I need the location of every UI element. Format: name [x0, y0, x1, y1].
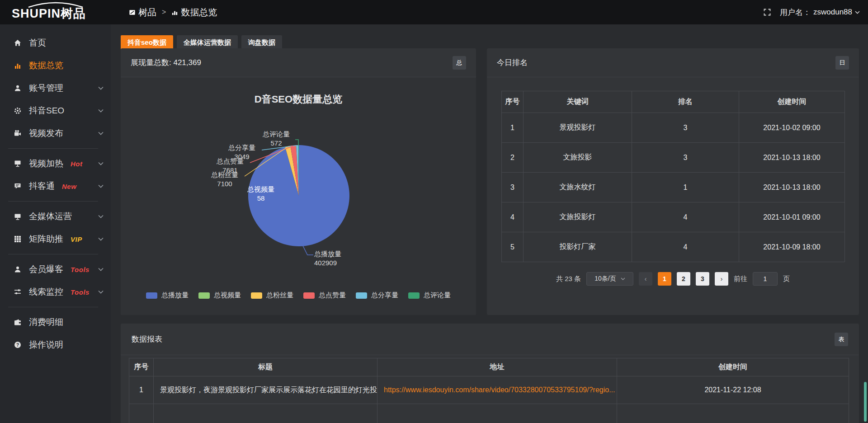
legend-swatch — [251, 292, 262, 299]
sidebar-item-spend-detail[interactable]: 消费明细 — [0, 311, 111, 334]
chevron-down-icon — [98, 162, 104, 165]
chevron-down-icon — [855, 11, 860, 14]
user-menu[interactable]: 用户名：zswodun88 — [780, 7, 860, 18]
sidebar-item-home[interactable]: 首页 — [0, 32, 111, 54]
report-table: 序号 标题 地址 创建时间 1 景观投影灯，夜游景观投影灯厂家展示展示落花灯在花… — [129, 358, 849, 423]
table-row: 4 文旅投影灯 4 2021-10-01 09:00 — [502, 202, 845, 232]
sidebar-item-help[interactable]: ? 操作说明 — [0, 334, 111, 356]
main-content: 抖音seo数据 全媒体运营数据 询盘数据 展现量总数: 421,369 总 D音… — [111, 24, 868, 423]
col-url: 地址 — [377, 358, 617, 376]
sidebar-item-account[interactable]: 账号管理 — [0, 77, 111, 99]
report-panel-header: 数据报表 表 — [121, 324, 859, 355]
sidebar-divider — [8, 307, 98, 307]
breadcrumb: 树品 > 数据总览 — [129, 6, 217, 19]
sidebar-item-omnimedia[interactable]: 全媒体运营 — [0, 205, 111, 228]
legend-item-videos[interactable]: 总视频量 — [198, 291, 241, 300]
chevron-down-icon — [98, 215, 104, 218]
ranking-table-wrap: 序号 关键词 排名 创建时间 1 景观投影灯 3 2021-10-02 09:0… — [487, 77, 859, 286]
sidebar-item-member-burst[interactable]: 会员爆客 Tools — [0, 258, 111, 281]
sidebar: 首页 数据总览 账号管理 抖音SEO 视频发布 视频加热 Hot 抖客通 New… — [0, 24, 111, 423]
video-link[interactable]: https://www.iesdouyin.com/share/video/70… — [384, 386, 615, 394]
home-icon — [14, 39, 21, 47]
sidebar-item-video-publish[interactable]: 视频发布 — [0, 122, 111, 145]
brand-icon — [129, 9, 136, 16]
goto-suffix: 页 — [783, 275, 790, 283]
pie-label-plays: 总播放量 402909 — [314, 249, 368, 267]
day-view-button[interactable]: 日 — [835, 56, 849, 70]
prev-page-button[interactable]: ‹ — [639, 272, 652, 286]
sidebar-item-douyin-seo[interactable]: 抖音SEO — [0, 99, 111, 122]
col-created: 创建时间 — [617, 358, 849, 376]
sidebar-item-data-overview[interactable]: 数据总览 — [0, 54, 111, 77]
chevron-down-icon — [98, 109, 104, 113]
total-view-button[interactable]: 总 — [453, 56, 466, 70]
page-button-2[interactable]: 2 — [677, 272, 690, 286]
report-title: 数据报表 — [132, 334, 162, 344]
table-row: 3 文旅水纹灯 1 2021-10-13 18:00 — [502, 173, 845, 202]
pie-svg — [121, 77, 476, 315]
legend-item-shares[interactable]: 总分享量 — [356, 291, 398, 300]
overview-panel-header: 展现量总数: 421,369 总 — [121, 48, 476, 77]
new-badge: New — [62, 183, 76, 190]
sliders-icon — [14, 288, 21, 296]
legend-swatch — [198, 292, 210, 299]
gear-icon — [14, 107, 21, 115]
video-title: 景观投影灯，夜游景观投影灯厂家展示展示落花灯在花园里的灯光投影应用效果 # — [154, 376, 377, 404]
chevron-down-icon — [98, 290, 104, 294]
page-button-3[interactable]: 3 — [696, 272, 709, 286]
app-logo[interactable]: SHUPIN树品 — [0, 0, 111, 24]
table-row: 5 投影灯厂家 4 2021-10-09 18:00 — [502, 232, 845, 262]
ranking-panel-header: 今日排名 日 — [487, 48, 859, 77]
tools-badge: Tools — [71, 266, 90, 273]
sidebar-divider — [8, 254, 98, 254]
pie-label-fans: 总粉丝量 7100 — [205, 170, 245, 188]
sidebar-divider — [8, 201, 98, 202]
legend-swatch — [356, 292, 367, 299]
chevron-down-icon — [98, 237, 104, 241]
legend-item-likes[interactable]: 总点赞量 — [303, 291, 346, 300]
col-title: 标题 — [154, 358, 377, 376]
table-row: 2 文旅投影 3 2021-10-13 18:00 — [502, 143, 845, 173]
breadcrumb-current[interactable]: 数据总览 — [171, 6, 217, 19]
scrollbar-thumb[interactable] — [864, 382, 867, 422]
next-page-button[interactable]: › — [715, 272, 728, 286]
legend-item-comments[interactable]: 总评论量 — [408, 291, 451, 300]
col-no: 序号 — [502, 91, 524, 113]
bar-chart-icon — [171, 9, 178, 16]
sidebar-item-lead-monitor[interactable]: 线索监控 Tools — [0, 281, 111, 303]
chat-icon — [14, 183, 21, 190]
sidebar-item-video-heat[interactable]: 视频加热 Hot — [0, 152, 111, 175]
report-table-wrap: 序号 标题 地址 创建时间 1 景观投影灯，夜游景观投影灯厂家展示展示落花灯在花… — [121, 355, 859, 423]
chevron-down-icon — [621, 277, 625, 280]
screen-icon — [14, 160, 21, 168]
logo-text: SHUPIN树品 — [12, 5, 86, 22]
table-row — [129, 404, 849, 423]
col-rank: 排名 — [632, 91, 739, 113]
tools-badge: Tools — [71, 288, 90, 296]
sidebar-item-doketong[interactable]: 抖客通 New — [0, 175, 111, 197]
table-view-button[interactable]: 表 — [835, 333, 848, 346]
total-count: 共 23 条 — [556, 275, 581, 283]
pagination: 共 23 条 10条/页 ‹ 1 2 3 › 前往 页 — [501, 272, 844, 286]
page-size-select[interactable]: 10条/页 — [586, 272, 633, 286]
goto-page-input[interactable] — [753, 272, 778, 286]
video-camera-icon — [14, 130, 21, 137]
breadcrumb-separator: > — [162, 8, 166, 16]
chart-legend: 总播放量 总视频量 总粉丝量 总点赞量 总分享量 总评论量 — [121, 291, 476, 300]
username-value: zswodun88 — [813, 8, 852, 17]
chevron-down-icon — [98, 132, 104, 135]
chevron-down-icon — [98, 86, 104, 90]
impressions-total: 展现量总数: 421,369 — [131, 57, 201, 68]
fullscreen-icon[interactable] — [764, 9, 771, 16]
legend-item-plays[interactable]: 总播放量 — [146, 291, 189, 300]
question-circle-icon: ? — [14, 341, 21, 349]
sidebar-item-matrix-boost[interactable]: 矩阵助推 VIP — [0, 228, 111, 250]
page-button-1[interactable]: 1 — [658, 272, 671, 286]
chevron-down-icon — [98, 268, 104, 271]
legend-item-fans[interactable]: 总粉丝量 — [251, 291, 293, 300]
header-right: 用户名：zswodun88 — [764, 7, 868, 18]
overview-panel: 展现量总数: 421,369 总 D音SEO数据量总览 总评论量 572 总分享… — [121, 48, 476, 315]
breadcrumb-root[interactable]: 树品 — [129, 6, 156, 19]
svg-text:?: ? — [16, 343, 19, 348]
chevron-down-icon — [98, 184, 104, 188]
